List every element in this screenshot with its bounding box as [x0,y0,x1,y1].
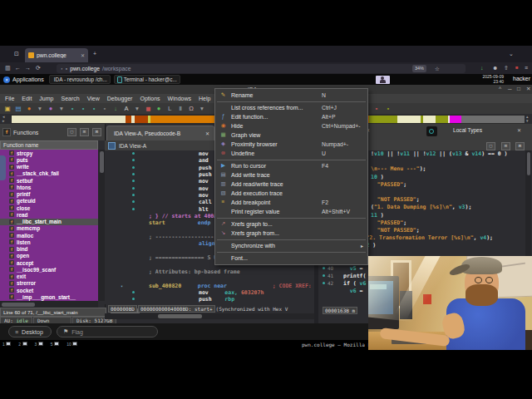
breakpoint-dot[interactable] [132,208,135,210]
navband-segment[interactable] [461,116,525,123]
context-menu-item-run-to-cursor[interactable]: ▶Run to cursorF4 [215,161,367,170]
url-field[interactable]: ◗ ● pwn.college/workspace 34% ☆ [57,64,466,73]
panel-max-button[interactable]: ⊞ [501,142,510,150]
minimize-button[interactable]: ^ [499,86,501,91]
toolbar-icon[interactable]: ▾ [36,105,44,112]
toolbar-icon[interactable]: ▾ [133,105,141,112]
toolbar-icon[interactable]: ● [47,105,55,112]
menu-file[interactable]: File [5,96,14,101]
toolbar-icon[interactable]: ⬩ [79,105,87,113]
context-menu-item-hide[interactable]: ◉HideCtrl+Numpad+- [215,121,367,131]
function-row[interactable]: fwrite [0,164,98,170]
function-row[interactable]: fmemcmp [0,225,98,232]
breakpoint-dot[interactable] [132,187,135,190]
toolbar-icon[interactable]: Ⅼ [165,105,174,112]
toolbar-icon[interactable]: ● [155,105,163,112]
browser-tab[interactable]: pwn.college ✕ [25,48,88,62]
menu-jump[interactable]: Jump [39,96,53,101]
menu-edit[interactable]: Edit [22,96,32,101]
navband-segment[interactable] [450,116,461,123]
pseudocode-vertical-scroll-thumb[interactable] [527,152,530,175]
context-menu-item-undefine[interactable]: ⊗UndefineU [215,149,367,158]
sidebar-icon[interactable]: ▥ [5,65,11,71]
context-menu-item-add-read-write-trace[interactable]: ▥Add read/write trace [215,180,367,189]
pager-item[interactable]: 10 [66,341,77,347]
functions-panel-header[interactable]: f Functions ▢ ⊞ ⊠ [0,124,105,140]
breakpoint-dot[interactable] [132,152,135,155]
outer-taskbar-window-title[interactable]: pwn.college — Mozilla F [302,342,371,347]
context-menu-item-rename[interactable]: ✎RenameN [215,91,367,100]
panel-float-button[interactable]: ▢ [67,128,76,136]
function-row[interactable]: fsocket [0,287,98,293]
function-row[interactable]: fopen [0,253,98,259]
breakpoint-dot[interactable] [132,298,135,300]
bookmark-star-icon[interactable]: ☆ [435,66,440,72]
flag-input[interactable]: ⚑ Flag [57,326,158,337]
panel-max-button[interactable]: ⊞ [80,128,89,136]
taskbar-window-terminal[interactable]: Terminal - hacker@c... [114,75,180,84]
panel-close-button[interactable]: ⊠ [515,142,525,150]
applications-logo-icon[interactable]: ✕ [3,76,10,83]
decompiler-icon[interactable] [426,126,437,136]
context-menu-item-print-register-value[interactable]: Print register valueAlt+Shift+V [215,207,367,216]
tray-webcam-icon[interactable] [376,76,390,84]
close-button[interactable]: ✕ [526,86,530,92]
toolbar-icon[interactable]: ◼ [144,105,152,112]
breakpoint-dot[interactable] [323,282,325,284]
navband-segment[interactable] [369,116,397,123]
context-menu-item-add-breakpoint[interactable]: ≡Add breakpointF2 [215,198,367,207]
extension-icon[interactable]: ■ [515,65,519,70]
toolbar-icon[interactable]: ▪ [101,105,109,112]
new-tab-button[interactable]: + [93,51,96,57]
function-row[interactable]: fputs [0,156,98,163]
toolbar-icon[interactable]: Ⅱ [176,105,185,112]
pager-item[interactable]: 2 [18,341,27,347]
breakpoint-dot[interactable] [132,166,135,169]
toolbar-icon[interactable]: ↓ [111,105,120,112]
toolbar-icon[interactable]: ▾ [57,105,66,112]
breakpoint-dot[interactable] [132,180,135,182]
context-menu-item-proximity-browser[interactable]: ◈Proximity browserNumpad+- [215,140,367,149]
breakpoint-dot[interactable] [132,291,135,293]
function-row[interactable]: f__libc_start_main [0,219,98,225]
tab-close-icon[interactable]: ✕ [517,127,521,133]
navband-left-arrows[interactable]: ◂▸ [2,115,5,122]
function-row[interactable]: fhtons [0,184,98,190]
dock-handle[interactable] [0,155,6,180]
context-menu-item-graph-view[interactable]: ▦Graph view [215,131,367,140]
navband-right-arrows[interactable]: ▴▾ [526,115,529,122]
applications-menu[interactable]: Applications [12,76,44,82]
maximize-button[interactable]: □ [517,86,520,91]
toolbar-icon[interactable]: A [122,105,131,112]
disassembly-horizontal-scroll-thumb[interactable] [158,314,202,318]
context-menu-item-xrefs-graph-from[interactable]: ↘Xrefs graph from... [215,229,367,238]
function-row[interactable]: fstrcpy [0,150,98,156]
breakpoint-dot[interactable] [132,200,135,203]
tab-list-icon[interactable]: ⊡ [14,51,19,57]
breakpoint-dot[interactable] [323,274,325,277]
panel-clock[interactable]: 2025-09-09 23:40 [482,74,504,84]
navband-segment[interactable] [135,116,148,123]
zoom-badge[interactable]: 34% [412,65,426,72]
context-menu-item-edit-function[interactable]: ƒEdit function...Alt+P [215,112,367,121]
menu-search[interactable]: Search [61,96,79,101]
account-icon[interactable]: ☻ [492,65,498,71]
back-icon[interactable]: ← [15,65,21,71]
panel-float-button[interactable]: ▢ [486,142,495,150]
shade-button[interactable]: ─ [508,86,512,91]
function-row[interactable]: fstrerror [0,280,98,287]
function-row[interactable]: fexit [0,273,98,280]
navband-segment[interactable] [12,116,126,123]
navband-segment[interactable] [436,116,448,123]
menu-view[interactable]: View [87,96,100,101]
pager-item[interactable]: 1 [2,341,11,347]
reload-icon[interactable]: ⟳ [36,65,41,71]
share-icon[interactable]: ⇧ [504,65,509,71]
shield-icon[interactable]: ◗ [61,66,63,71]
context-menu-item-add-execution-trace[interactable]: ▧Add execution trace [215,189,367,198]
navband-segment[interactable] [397,116,421,123]
disassembly-horizontal-scrollbar[interactable] [105,313,314,319]
function-row[interactable]: fprintf [0,191,98,198]
tab-close-icon[interactable]: ✕ [81,52,85,58]
hamburger-menu-icon[interactable]: ≡ [525,65,528,71]
